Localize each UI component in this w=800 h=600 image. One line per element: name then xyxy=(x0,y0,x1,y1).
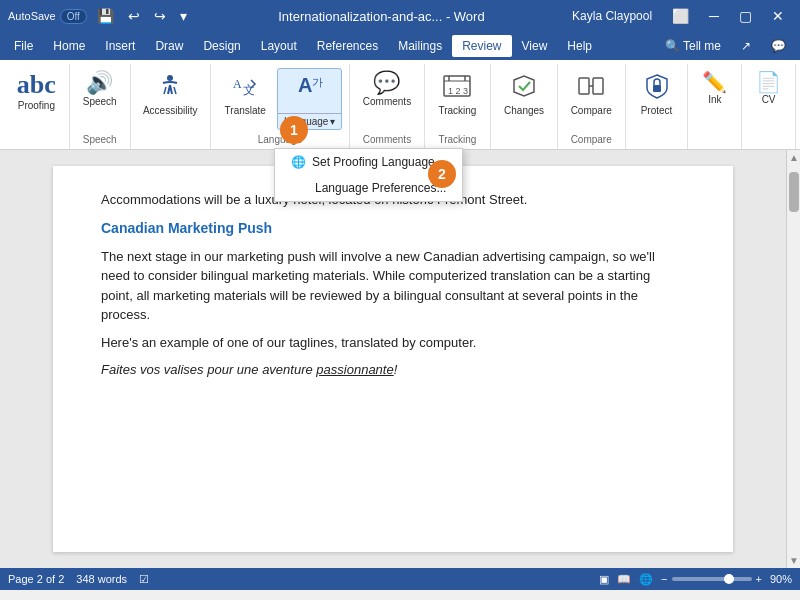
tracking-group-label: Tracking xyxy=(433,131,483,149)
ribbon-collapse-button[interactable]: ⬜ xyxy=(664,6,697,26)
ink-button[interactable]: ✏️ Ink xyxy=(695,68,735,109)
status-right: ▣ 📖 🌐 − + 90% xyxy=(599,573,792,586)
menu-search[interactable]: 🔍 Tell me xyxy=(655,35,731,57)
comments-label: Comments xyxy=(363,96,411,107)
zoom-out-icon[interactable]: − xyxy=(661,573,667,585)
menu-file[interactable]: File xyxy=(4,35,43,57)
doc-check-icon: ☑ xyxy=(139,573,149,586)
menu-draw[interactable]: Draw xyxy=(145,35,193,57)
ribbon-group-cv: 📄 CV xyxy=(742,64,796,149)
svg-text:1 2 3: 1 2 3 xyxy=(448,86,468,96)
status-bar: Page 2 of 2 348 words ☑ ▣ 📖 🌐 − + 90% xyxy=(0,568,800,590)
title-bar-left: AutoSave Off 💾 ↩ ↪ ▾ xyxy=(8,6,191,26)
svg-text:가: 가 xyxy=(312,76,323,88)
menu-mailings[interactable]: Mailings xyxy=(388,35,452,57)
vertical-scrollbar[interactable]: ▲ ▼ xyxy=(786,150,800,568)
document-scroll: Accommodations will be a luxury hotel, l… xyxy=(0,150,786,568)
cv-icon: 📄 xyxy=(756,72,781,92)
tracking-button[interactable]: 1 2 3 Tracking xyxy=(430,68,484,120)
zoom-thumb[interactable] xyxy=(724,574,734,584)
zoom-slider[interactable]: − + xyxy=(661,573,762,585)
menu-view[interactable]: View xyxy=(512,35,558,57)
translate-icon: A 文 xyxy=(231,72,259,103)
accessibility-icon xyxy=(156,72,184,103)
compare-button[interactable]: Compare xyxy=(564,68,619,120)
ribbon-group-proofing: abc Proofing xyxy=(4,64,70,149)
menu-design[interactable]: Design xyxy=(193,35,250,57)
share-icon[interactable]: ↗ xyxy=(731,35,761,57)
redo-icon[interactable]: ↪ xyxy=(150,6,170,26)
menu-review[interactable]: Review xyxy=(452,35,511,57)
translate-button[interactable]: A 文 Translate xyxy=(218,68,273,120)
menu-insert[interactable]: Insert xyxy=(95,35,145,57)
svg-text:A: A xyxy=(298,74,312,96)
close-button[interactable]: ✕ xyxy=(764,6,792,26)
ribbon: abc Proofing 🔊 Speech Speech xyxy=(0,60,800,150)
accessibility-label: Accessibility xyxy=(143,105,197,116)
proofing-icon: abc xyxy=(17,72,56,98)
maximize-button[interactable]: ▢ xyxy=(731,6,760,26)
customize-icon[interactable]: ▾ xyxy=(176,6,191,26)
view-normal-icon[interactable]: ▣ xyxy=(599,573,609,586)
menu-layout[interactable]: Layout xyxy=(251,35,307,57)
zoom-in-icon[interactable]: + xyxy=(756,573,762,585)
svg-rect-10 xyxy=(579,78,589,94)
compare-group-label: Compare xyxy=(566,131,617,149)
speech-label: Speech xyxy=(83,96,117,107)
document-container: Accommodations will be a luxury hotel, l… xyxy=(0,150,800,568)
comments-button[interactable]: 💬 Comments xyxy=(356,68,418,111)
minimize-button[interactable]: ─ xyxy=(701,6,727,26)
autosave-label: AutoSave xyxy=(8,10,56,22)
autosave-control[interactable]: AutoSave Off xyxy=(8,9,87,24)
ribbon-group-accessibility: Accessibility xyxy=(131,64,211,149)
view-reading-icon[interactable]: 📖 xyxy=(617,573,631,586)
speech-group-label: Speech xyxy=(78,131,122,149)
zoom-track[interactable] xyxy=(672,577,752,581)
title-bar-controls: Kayla Claypool ⬜ ─ ▢ ✕ xyxy=(572,6,792,26)
changes-button[interactable]: Changes xyxy=(497,68,551,120)
scrollbar-thumb[interactable] xyxy=(789,172,799,212)
zoom-level[interactable]: 90% xyxy=(770,573,792,585)
language-preferences-label: Language Preferences... xyxy=(315,181,446,195)
comments-ribbon-icon: 💬 xyxy=(373,72,400,94)
cv-label: CV xyxy=(762,94,776,105)
window-title: Internationalization-and-ac... - Word xyxy=(278,9,484,24)
ribbon-group-changes: Changes xyxy=(491,64,558,149)
title-bar: AutoSave Off 💾 ↩ ↪ ▾ Internationalizatio… xyxy=(0,0,800,32)
ink-icon: ✏️ xyxy=(702,72,727,92)
svg-text:A: A xyxy=(233,77,242,91)
status-left: Page 2 of 2 348 words ☑ xyxy=(8,573,149,586)
svg-point-0 xyxy=(167,75,173,81)
autosave-toggle[interactable]: Off xyxy=(60,9,87,24)
menu-references[interactable]: References xyxy=(307,35,388,57)
proofing-button[interactable]: abc Proofing xyxy=(10,68,63,115)
translate-label: Translate xyxy=(225,105,266,116)
user-name: Kayla Claypool xyxy=(572,9,652,23)
view-web-icon[interactable]: 🌐 xyxy=(639,573,653,586)
comments-group-label: Comments xyxy=(358,131,415,149)
menu-home[interactable]: Home xyxy=(43,35,95,57)
language-icon: A 가 xyxy=(294,72,326,108)
ribbon-group-compare: Compare Compare xyxy=(558,64,626,149)
undo-icon[interactable]: ↩ xyxy=(124,6,144,26)
language-button-top[interactable]: A 가 xyxy=(278,69,342,113)
protect-label: Protect xyxy=(641,105,673,116)
changes-icon xyxy=(510,72,538,103)
compare-label: Compare xyxy=(571,105,612,116)
protect-button[interactable]: Protect xyxy=(632,68,682,120)
word-count: 348 words xyxy=(76,573,127,585)
document-page[interactable]: Accommodations will be a luxury hotel, l… xyxy=(53,166,733,552)
proofing-items: abc Proofing xyxy=(10,64,63,149)
cv-button[interactable]: 📄 CV xyxy=(749,68,789,109)
speech-button[interactable]: 🔊 Speech xyxy=(76,68,124,111)
ribbon-group-protect: Protect xyxy=(626,64,689,149)
set-proofing-icon: 🌐 xyxy=(291,155,306,169)
tracking-icon: 1 2 3 xyxy=(442,72,472,103)
ribbon-group-speech: 🔊 Speech Speech xyxy=(70,64,131,149)
changes-label: Changes xyxy=(504,105,544,116)
save-icon[interactable]: 💾 xyxy=(93,6,118,26)
menu-help[interactable]: Help xyxy=(557,35,602,57)
comments-icon[interactable]: 💬 xyxy=(761,35,796,57)
accessibility-button[interactable]: Accessibility xyxy=(136,68,204,120)
callout-1: 1 xyxy=(280,116,308,144)
